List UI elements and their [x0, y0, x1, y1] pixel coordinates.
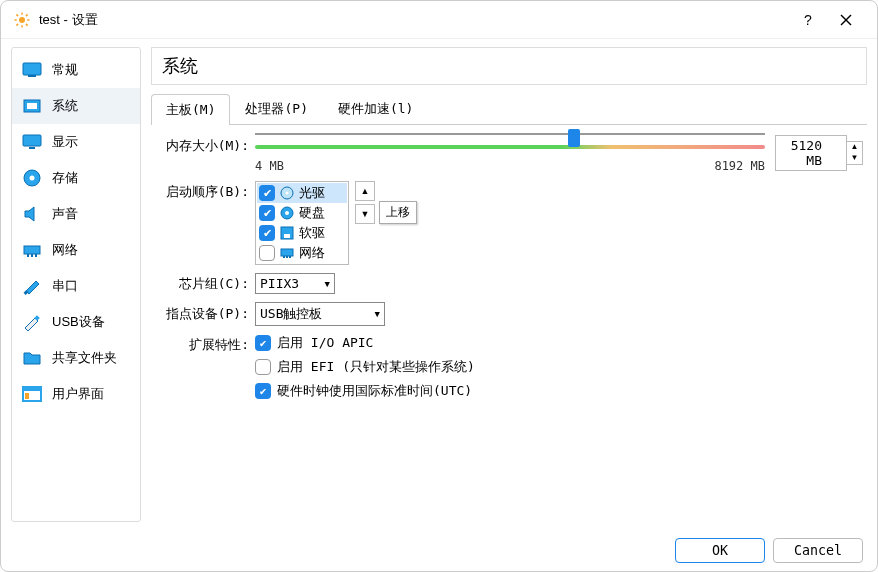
sidebar-item-label: 常规 [52, 61, 78, 79]
utc-label: 硬件时钟使用国际标准时间(UTC) [277, 382, 472, 400]
boot-item-label: 软驱 [299, 224, 325, 242]
storage-icon [22, 169, 42, 187]
sidebar-item-shared[interactable]: 共享文件夹 [12, 340, 140, 376]
network-icon [22, 241, 42, 259]
boot-checkbox[interactable]: ✔ [259, 205, 275, 221]
app-icon [13, 11, 31, 29]
display-icon [22, 133, 42, 151]
titlebar: test - 设置 ? [1, 1, 877, 39]
memory-label: 内存大小(M): [155, 135, 255, 155]
boot-item-label: 光驱 [299, 184, 325, 202]
floppy-icon [279, 225, 295, 241]
tab-processor[interactable]: 处理器(P) [230, 93, 322, 124]
svg-rect-22 [35, 254, 37, 257]
svg-point-31 [285, 211, 289, 215]
svg-rect-12 [28, 75, 36, 77]
optical-icon [279, 185, 295, 201]
sidebar-item-label: USB设备 [52, 313, 105, 331]
sidebar-item-ui[interactable]: 用户界面 [12, 376, 140, 412]
general-icon [22, 61, 42, 79]
memory-max-label: 8192 MB [714, 159, 765, 173]
sidebar-item-serial[interactable]: 串口 [12, 268, 140, 304]
extended-row: 扩展特性: ✔ 启用 I/O APIC 启用 EFI (只针对某些操作系统) ✔ [155, 334, 863, 406]
svg-rect-34 [281, 249, 293, 256]
svg-point-0 [19, 17, 25, 23]
sidebar-item-label: 串口 [52, 277, 78, 295]
svg-line-7 [16, 23, 18, 25]
sidebar-item-label: 共享文件夹 [52, 349, 117, 367]
memory-value-input[interactable]: 5120 MB [775, 135, 847, 171]
folder-icon [22, 349, 42, 367]
ok-button[interactable]: OK [675, 538, 765, 563]
boot-item-optical[interactable]: ✔ 光驱 [257, 183, 347, 203]
svg-rect-11 [23, 63, 41, 75]
boot-checkbox[interactable]: ✔ [259, 225, 275, 241]
boot-checkbox[interactable] [259, 245, 275, 261]
boot-move-down-button[interactable]: ▼ [355, 204, 375, 224]
move-up-tooltip: 上移 [379, 201, 417, 224]
svg-rect-37 [289, 256, 291, 258]
sidebar-item-display[interactable]: 显示 [12, 124, 140, 160]
efi-checkbox-row[interactable]: 启用 EFI (只针对某些操作系统) [255, 358, 863, 376]
slider-thumb[interactable] [568, 129, 580, 147]
svg-rect-33 [284, 234, 290, 238]
boot-item-label: 网络 [299, 244, 325, 262]
tab-motherboard[interactable]: 主板(M) [151, 94, 230, 125]
svg-rect-14 [27, 103, 37, 109]
spin-down-icon: ▼ [847, 153, 862, 164]
svg-rect-36 [286, 256, 288, 258]
cancel-button[interactable]: Cancel [773, 538, 863, 563]
system-icon [22, 97, 42, 115]
svg-line-5 [16, 14, 18, 16]
ui-icon [22, 385, 42, 403]
spin-up-icon: ▲ [847, 142, 862, 153]
help-button[interactable]: ? [789, 1, 827, 39]
sidebar-item-label: 用户界面 [52, 385, 104, 403]
boot-checkbox[interactable]: ✔ [259, 185, 275, 201]
close-button[interactable] [827, 1, 865, 39]
boot-item-harddisk[interactable]: ✔ 硬盘 [257, 203, 347, 223]
chipset-row: 芯片组(C): PIIX3 ▼ [155, 273, 863, 294]
svg-rect-15 [23, 135, 41, 146]
main-panel: 系统 主板(M) 处理器(P) 硬件加速(l) 内存大小(M): [151, 47, 867, 522]
chipset-combo[interactable]: PIIX3 ▼ [255, 273, 335, 294]
checkbox-icon[interactable]: ✔ [255, 383, 271, 399]
svg-point-29 [286, 192, 289, 195]
svg-rect-27 [25, 393, 29, 399]
boot-order-list[interactable]: ✔ 光驱 ✔ 硬盘 ✔ [255, 181, 349, 265]
memory-spinner[interactable]: ▲▼ [847, 141, 863, 165]
sidebar-item-general[interactable]: 常规 [12, 52, 140, 88]
svg-line-6 [26, 23, 28, 25]
boot-item-floppy[interactable]: ✔ 软驱 [257, 223, 347, 243]
ioapic-checkbox-row[interactable]: ✔ 启用 I/O APIC [255, 334, 863, 352]
sidebar-item-storage[interactable]: 存储 [12, 160, 140, 196]
boot-item-network[interactable]: 网络 [257, 243, 347, 263]
boot-item-label: 硬盘 [299, 204, 325, 222]
extended-label: 扩展特性: [155, 334, 255, 354]
pointing-combo[interactable]: USB触控板 ▼ [255, 302, 385, 326]
svg-rect-19 [24, 246, 40, 254]
sidebar-item-usb[interactable]: USB设备 [12, 304, 140, 340]
tab-acceleration[interactable]: 硬件加速(l) [323, 93, 428, 124]
chipset-label: 芯片组(C): [155, 275, 255, 293]
page-title: 系统 [151, 47, 867, 85]
sidebar-item-label: 声音 [52, 205, 78, 223]
sidebar-item-label: 存储 [52, 169, 78, 187]
utc-checkbox-row[interactable]: ✔ 硬件时钟使用国际标准时间(UTC) [255, 382, 863, 400]
svg-line-8 [26, 14, 28, 16]
svg-point-18 [30, 176, 35, 181]
checkbox-icon[interactable]: ✔ [255, 335, 271, 351]
audio-icon [22, 205, 42, 223]
sidebar-item-network[interactable]: 网络 [12, 232, 140, 268]
window-title: test - 设置 [39, 11, 789, 29]
pointing-value: USB触控板 [260, 305, 322, 323]
ioapic-label: 启用 I/O APIC [277, 334, 373, 352]
checkbox-icon[interactable] [255, 359, 271, 375]
sidebar-item-audio[interactable]: 声音 [12, 196, 140, 232]
usb-icon [22, 313, 42, 331]
sidebar-item-system[interactable]: 系统 [12, 88, 140, 124]
settings-window: test - 设置 ? 常规 系统 显示 存储 [0, 0, 878, 572]
boot-move-up-button[interactable]: ▲ [355, 181, 375, 201]
memory-slider[interactable] [255, 135, 765, 151]
svg-rect-35 [283, 256, 285, 258]
